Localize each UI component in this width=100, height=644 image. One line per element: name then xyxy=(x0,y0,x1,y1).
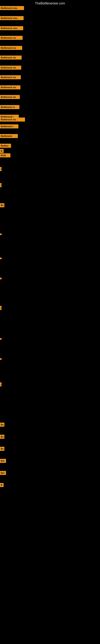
bottleneck-badge: Bot xyxy=(0,471,6,475)
bottleneck-badge: Bottleneck resu xyxy=(0,6,24,10)
bottleneck-badge: Bottleneck res xyxy=(0,56,22,60)
bottleneck-badge: Bo xyxy=(0,422,4,427)
bottleneck-badge xyxy=(0,258,1,259)
bottleneck-badge: Bottleneck res xyxy=(0,85,20,89)
bottleneck-badge: | xyxy=(0,167,1,171)
bottleneck-badge: B xyxy=(0,483,3,487)
bottleneck-badge: B xyxy=(0,149,3,153)
bottleneck-badge: Bottleneck re xyxy=(0,105,19,109)
bottleneck-badge: | xyxy=(0,306,1,310)
bottleneck-badge: Bottleneck res xyxy=(0,75,21,79)
bottleneck-badge: Bot xyxy=(0,459,6,463)
bottleneck-badge: Bottleneck res xyxy=(0,66,21,70)
bottleneck-badge: | xyxy=(0,183,1,187)
bottleneck-badge xyxy=(0,278,1,279)
bottleneck-badge: Bottleneck resu xyxy=(0,16,24,20)
bottleneck-badge: Bottleneck xyxy=(0,134,18,138)
bottleneck-badge: Bottl xyxy=(0,153,10,158)
bottleneck-badge: Bottleneck res xyxy=(0,46,22,50)
bottleneck-badge xyxy=(0,234,1,235)
bottleneck-badge: Bo xyxy=(0,203,4,207)
bottleneck-badge: Bottleneck r xyxy=(0,124,18,128)
bottleneck-badge: Bottleneck res xyxy=(0,118,25,122)
bottleneck-badge: | xyxy=(0,382,1,386)
bottleneck-badge: Bottleneck resu xyxy=(0,26,23,30)
bottleneck-badge: Bottlen xyxy=(0,144,11,148)
bottleneck-badge xyxy=(0,338,1,340)
bottleneck-badge: Bottleneck res xyxy=(0,36,23,40)
bottleneck-badge: Bottleneck res xyxy=(0,95,20,99)
bottleneck-badge: Bo xyxy=(0,435,4,439)
bottleneck-badge: Bo xyxy=(0,447,4,451)
bottleneck-badge xyxy=(0,358,1,360)
